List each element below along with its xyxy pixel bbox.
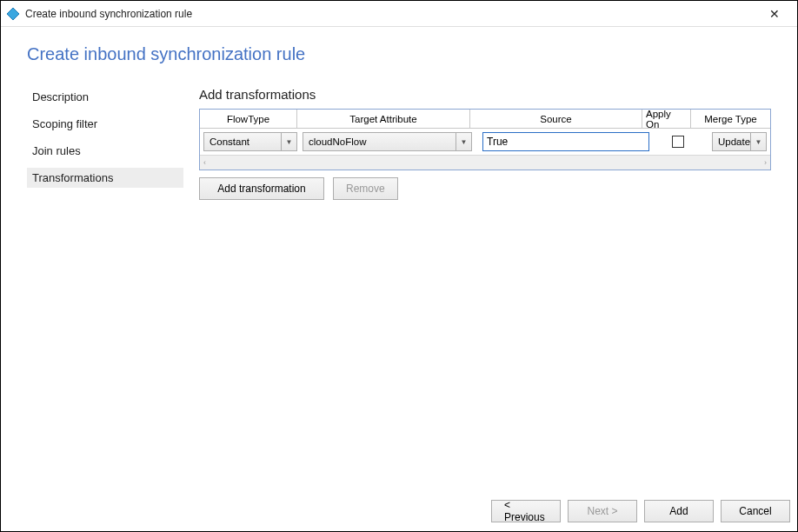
column-header-target: Target Attribute	[297, 110, 470, 129]
apply-once-cell	[656, 136, 700, 148]
previous-button[interactable]: < Previous	[491, 500, 561, 522]
chevron-down-icon: ▼	[281, 133, 296, 150]
merge-type-value: Update	[718, 136, 750, 147]
sidebar-item-scoping-filter[interactable]: Scoping filter	[27, 114, 183, 134]
sidebar-item-join-rules[interactable]: Join rules	[27, 141, 183, 161]
remove-button[interactable]: Remove	[333, 177, 398, 200]
next-button[interactable]: Next >	[568, 500, 637, 522]
grid-button-row: Add transformation Remove	[199, 177, 771, 200]
close-icon: ✕	[769, 7, 780, 21]
column-header-merge: Merge Type	[691, 110, 770, 129]
target-attribute-value: cloudNoFlow	[309, 136, 366, 147]
transformation-row: Constant ▼ cloudNoFlow ▼	[200, 129, 770, 155]
svg-marker-0	[7, 8, 19, 20]
sidebar-item-transformations[interactable]: Transformations	[27, 168, 183, 188]
add-button[interactable]: Add	[644, 500, 714, 522]
footer-buttons: < Previous Next > Add Cancel	[1, 491, 797, 531]
scroll-right-icon: ›	[764, 158, 767, 167]
titlebar: Create inbound synchronization rule ✕	[1, 1, 797, 27]
close-button[interactable]: ✕	[757, 2, 792, 26]
flowtype-value: Constant	[209, 136, 249, 147]
flowtype-combo[interactable]: Constant ▼	[203, 132, 297, 151]
transformations-grid: FlowType Target Attribute Source Apply O…	[199, 109, 771, 170]
cancel-button[interactable]: Cancel	[721, 500, 790, 522]
section-title: Add transformations	[199, 87, 771, 102]
column-header-apply: Apply On	[642, 110, 691, 129]
dialog-window: Create inbound synchronization rule ✕ Cr…	[0, 0, 798, 532]
chevron-down-icon: ▼	[456, 133, 471, 150]
merge-type-combo[interactable]: Update ▼	[712, 132, 767, 151]
horizontal-scrollbar[interactable]: ‹ ›	[200, 155, 770, 170]
target-attribute-combo[interactable]: cloudNoFlow ▼	[303, 132, 472, 151]
page-title: Create inbound synchronization rule	[27, 44, 771, 64]
window-title: Create inbound synchronization rule	[25, 8, 192, 20]
scroll-left-icon: ‹	[203, 158, 206, 167]
wizard-sidebar: Description Scoping filter Join rules Tr…	[27, 87, 183, 484]
source-input[interactable]	[482, 132, 649, 151]
content-area: Create inbound synchronization rule Desc…	[1, 27, 797, 491]
apply-once-checkbox[interactable]	[672, 136, 684, 148]
sidebar-item-description[interactable]: Description	[27, 87, 183, 107]
body: Description Scoping filter Join rules Tr…	[27, 87, 771, 484]
main-panel: Add transformations FlowType Target Attr…	[183, 87, 771, 484]
column-header-flowtype: FlowType	[200, 110, 297, 129]
grid-header: FlowType Target Attribute Source Apply O…	[200, 110, 770, 129]
app-icon	[6, 7, 20, 21]
column-header-source: Source	[470, 110, 642, 129]
chevron-down-icon: ▼	[750, 133, 766, 150]
add-transformation-button[interactable]: Add transformation	[199, 177, 324, 200]
